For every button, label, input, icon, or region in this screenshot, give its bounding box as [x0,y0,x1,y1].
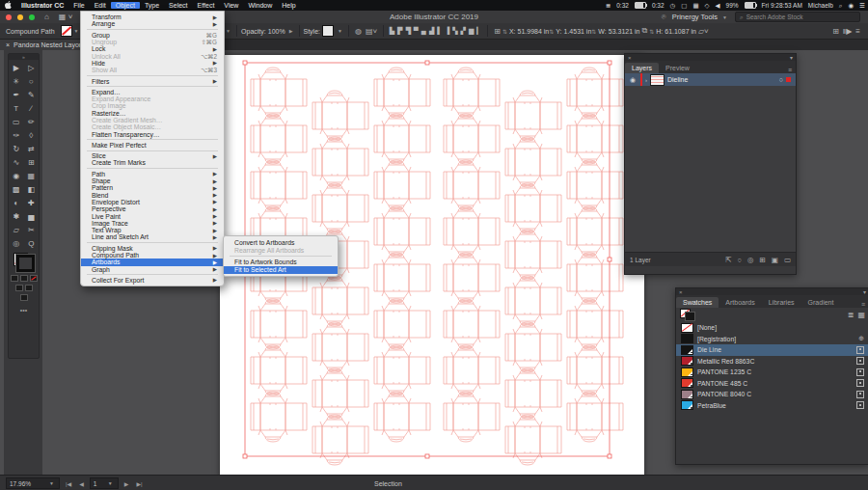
submenu-item-convert-to-artboards[interactable]: Convert to Artboards [224,238,338,246]
menu-item-pattern[interactable]: Pattern▶ [81,184,224,191]
menubar-item-help[interactable]: Help [277,2,300,9]
mesh-tool[interactable]: ▩ [9,182,24,196]
new-layer-icon[interactable]: ▣ [772,256,778,264]
align-icon-8[interactable]: ▚ [451,27,459,34]
next-artboard-button[interactable]: ▶ [122,480,131,487]
clock-icon[interactable]: ◷ [667,2,679,10]
y-position-field[interactable]: ⇅ Y: 1.4531 in [549,28,591,35]
swatch-row-none[interactable]: [None] [676,322,868,334]
swatch-row-pantone-1235-c[interactable]: PANTONE 1235 C [676,367,868,378]
align-icon-0[interactable]: ▙ [388,27,395,34]
menu-item-create-trim-marks[interactable]: Create Trim Marks [81,159,224,166]
h-value[interactable]: 61.1087 in [665,28,696,35]
opacity-value[interactable]: 100% [268,28,285,35]
width-field[interactable]: ⇅ W: 53.3121 in [591,28,639,35]
stepper-icon[interactable]: ⇅ [591,28,596,35]
minimize-window-button[interactable] [17,14,23,20]
swatches-tab-swatches[interactable]: Swatches [676,297,719,308]
menu-item-transform[interactable]: Transform▶ [81,14,224,20]
swatch-row-die-line[interactable]: Die Line [676,344,868,356]
color-button[interactable] [11,275,18,282]
curvature-tool[interactable]: ✎ [24,88,40,101]
menubar-item-object[interactable]: Object [111,2,140,9]
wifi-icon[interactable]: ◇ [702,2,713,10]
target-circle-icon[interactable]: ○ [779,76,783,83]
opacity-control[interactable]: Opacity: 100% ▶ [241,28,294,35]
paintbrush-tool[interactable]: ✏ [24,115,40,128]
type-tool[interactable]: T [9,101,24,115]
rotate-tool[interactable]: ↻ [9,142,24,155]
battery-percent[interactable]: 99% [723,2,742,9]
menu-item-lock[interactable]: Lock▶ [81,45,224,52]
panel-dock-icon[interactable]: ‖▶ [841,27,854,36]
direct-selection-tool[interactable]: ▷ [24,61,40,74]
make-clipping-mask-icon[interactable]: ◎ [747,256,754,264]
menu-item-graph[interactable]: Graph▶ [81,266,224,273]
y-value[interactable]: 1.4531 in [564,28,592,35]
first-artboard-button[interactable]: |◀ [64,480,73,487]
menubar-item-file[interactable]: File [68,2,89,9]
none-button[interactable] [30,275,38,282]
menubar-clock[interactable]: Fri 9:28:53 AM [759,2,805,9]
fill-stroke-indicator[interactable] [14,253,35,272]
align-icon-1[interactable]: ▛ [396,27,404,34]
symbol-sprayer-tool[interactable]: ✱ [9,209,24,223]
menu-item-slice[interactable]: Slice▶ [81,152,224,159]
arrange-documents-icon[interactable]: ▦ ˅ [59,13,72,21]
menubar-item-effect[interactable]: Effect [193,2,220,9]
layer-name[interactable]: Dieline [667,76,688,83]
panel-menu-icon[interactable]: ≡ [784,67,796,73]
perspective-grid-tool[interactable]: ▦ [24,169,40,182]
collapse-panel-icon[interactable]: ▾ [863,288,866,295]
hand-tool[interactable]: ◎ [9,236,24,250]
gradient-tool[interactable]: ◧ [24,182,40,196]
menu-item-hide[interactable]: Hide▶ [81,60,224,67]
x-position-field[interactable]: ⇅ X: 51.9984 in [502,28,549,35]
layer-row-dieline[interactable]: ◉ › Dieline ○ [625,73,796,86]
spotlight-icon[interactable]: ⌕ [836,2,846,10]
home-icon[interactable]: ⌂ [44,13,49,21]
lasso-tool[interactable]: ○ [24,74,40,88]
menubar-user[interactable]: Michaelb [805,2,836,9]
column-graph-tool[interactable]: ▅ [24,209,40,223]
menubar-item-edit[interactable]: Edit [90,2,111,9]
display-icon[interactable]: ▢ [678,2,690,10]
menu-item-perspective[interactable]: Perspective▶ [81,205,224,212]
align-icon-5[interactable]: ▟ [427,27,435,34]
close-panel-icon[interactable]: × [628,55,632,61]
selection-indicator[interactable] [786,77,791,82]
timer-b[interactable]: 0:32 [649,2,667,9]
notification-center-icon[interactable]: ☰ [856,2,868,10]
pen-tool[interactable]: ✒ [9,88,24,101]
submenu-item-fit-to-selected-art[interactable]: Fit to Selected Art [224,266,338,274]
shape-builder-tool[interactable]: ◉ [9,169,24,182]
document-setup-icon[interactable]: ▤˅ [364,27,379,36]
menu-item-compound-path[interactable]: Compound Path▶ [81,252,224,259]
free-transform-tool[interactable]: ⊞ [24,155,40,169]
slice-tool[interactable]: ✂ [24,223,40,236]
menu-item-envelope-distort[interactable]: Envelope Distort▶ [81,199,224,205]
collect-for-export-icon[interactable]: ⇱ [725,256,731,264]
menubar-item-window[interactable]: Window [243,2,277,9]
constrain-proportions-icon[interactable]: ⧉ [640,26,650,36]
swatches-tab-gradient[interactable]: Gradient [801,297,841,308]
draw-normal-button[interactable] [15,285,23,291]
grid-icon[interactable]: ⊞ [830,27,841,36]
menu-item-group[interactable]: Group⌘G [81,32,224,39]
stepper-icon[interactable]: ⇅ [649,28,654,35]
stepper-icon[interactable]: ⇅ [549,28,554,35]
artboard-number-select[interactable]: 1 ▼ [90,477,119,489]
swatches-tab-libraries[interactable]: Libraries [762,297,801,308]
screen-mode-button[interactable] [20,294,28,301]
volume-icon[interactable]: ◀ [713,2,723,10]
adobe-stock-search[interactable]: ⌕ Search Adobe Stock [735,12,860,22]
zoom-window-button[interactable] [29,14,35,20]
menu-item-flatten-transparency[interactable]: Flatten Transparency… [81,130,224,137]
menubar-item-type[interactable]: Type [140,2,164,9]
swatch-row-pantone-8040-c[interactable]: PANTONE 8040 C [676,389,868,400]
selection-tool[interactable]: ▶ [9,61,24,74]
fill-stroke-mini[interactable] [680,309,695,321]
magic-wand-tool[interactable]: ✳ [9,74,24,88]
x-value[interactable]: 51.9984 in [518,28,550,35]
swatch-row-registration[interactable]: [Registration]⊕ [676,334,868,345]
